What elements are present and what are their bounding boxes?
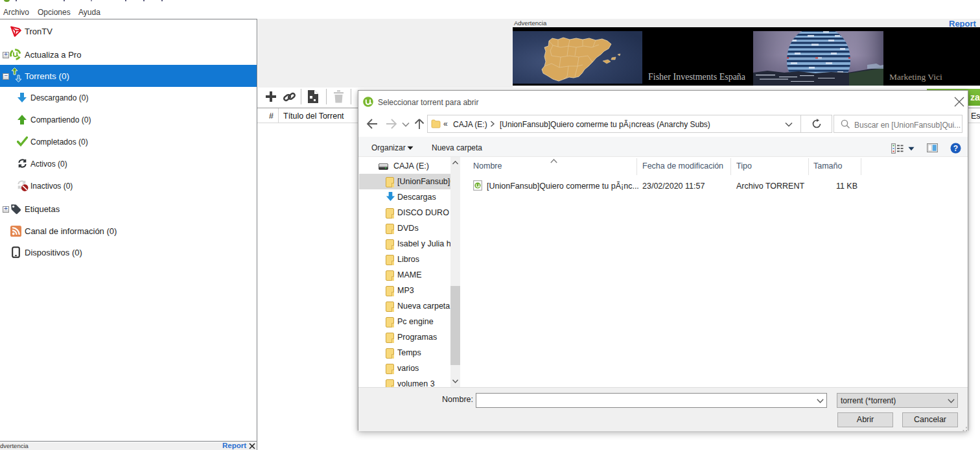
svg-text:?: ? — [953, 144, 958, 153]
